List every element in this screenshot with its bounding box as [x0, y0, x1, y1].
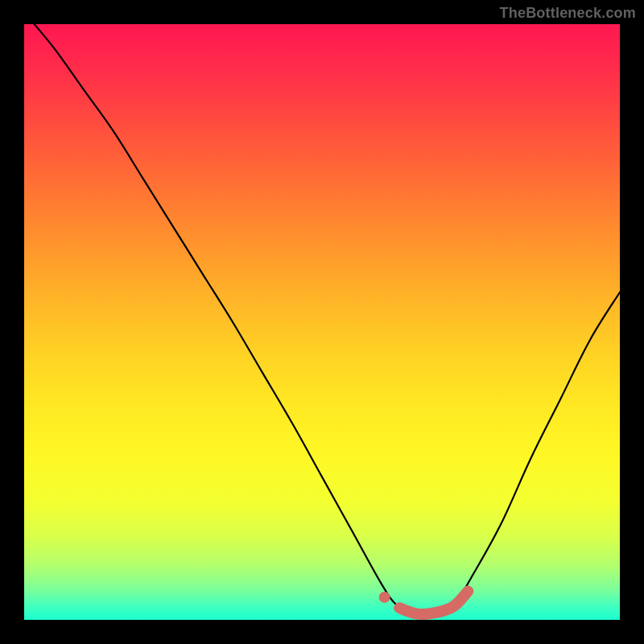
chart-area: [24, 24, 620, 620]
highlight-segment: [399, 591, 468, 614]
watermark-text: TheBottleneck.com: [500, 5, 636, 22]
bottleneck-curve: [24, 12, 620, 614]
highlight-dot: [379, 592, 390, 603]
curve-layer: [24, 24, 620, 620]
